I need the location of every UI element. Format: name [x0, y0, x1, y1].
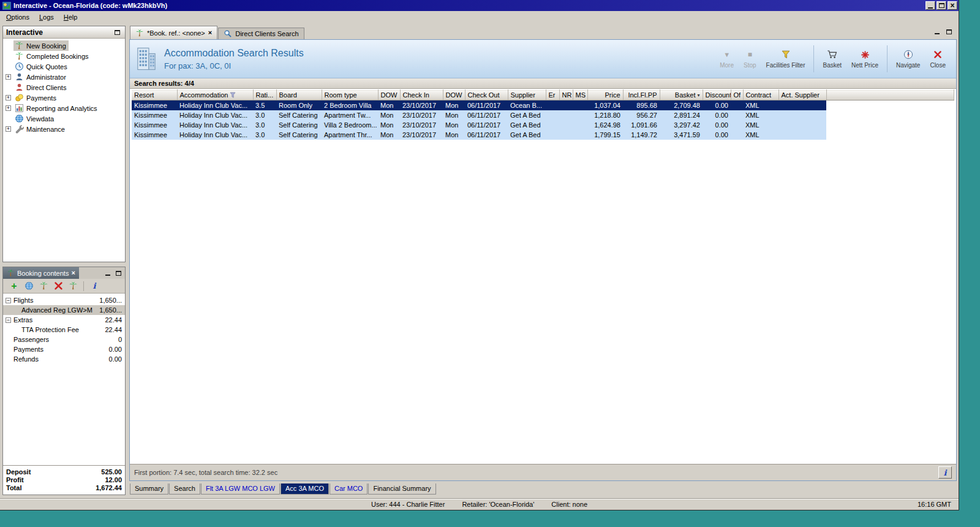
application-window: Interactive - Ocean-Florida (code: wMk23… — [0, 0, 959, 510]
cell-price: 1,624.98 — [587, 120, 623, 130]
col-resort[interactable]: Resort — [132, 90, 177, 100]
sidebar-item-quick-quotes[interactable]: Quick Quotes — [3, 61, 125, 72]
col-ms[interactable]: MS — [573, 90, 587, 100]
cell-incl-fl-pp: 895.68 — [623, 100, 660, 110]
col-incl-fl-pp[interactable]: Incl.Fl.PP — [623, 90, 660, 100]
result-row[interactable]: KissimmeeHoliday Inn Club Vac...3.0Self … — [132, 120, 954, 130]
menu-options[interactable]: Options — [1, 12, 34, 22]
basket-button[interactable]: Basket — [818, 47, 846, 70]
minimize-panel-button[interactable] — [103, 269, 112, 278]
tab-direct-clients-search[interactable]: Direct Clients Search — [218, 28, 304, 39]
booking-row-extra-item[interactable]: TTA Protection Fee22.44 — [3, 325, 125, 335]
booking-row-passengers[interactable]: Passengers0 — [3, 335, 125, 344]
col-contract[interactable]: Contract — [743, 90, 778, 100]
restore-button[interactable] — [937, 1, 946, 10]
booking-row-flight-item[interactable]: Advanced Reg LGW>M1,650... — [3, 305, 125, 315]
cell-price: 1,799.15 — [587, 130, 623, 140]
tab-accommodation[interactable]: Acc 3A MCO — [281, 483, 329, 495]
minimize-button[interactable] — [925, 1, 935, 10]
mdi-restore-button[interactable] — [944, 28, 954, 36]
facilities-filter-button[interactable]: Facilities Filter — [762, 47, 810, 70]
sidebar-item-completed-bookings[interactable]: Completed Bookings — [3, 51, 125, 61]
collapse-icon[interactable]: − — [6, 298, 11, 303]
tab-flight[interactable]: Flt 3A LGW MCO LGW — [201, 483, 280, 495]
expand-icon[interactable]: + — [6, 105, 11, 111]
cell-dow-out: Mon — [443, 130, 465, 140]
booking-row-extras[interactable]: −Extras22.44 — [3, 315, 125, 325]
navigate-button[interactable]: Navigate — [892, 47, 924, 70]
navigate-icon — [903, 50, 913, 59]
tab-booking[interactable]: *Book. ref.: <none> × — [130, 26, 217, 39]
search-status-bar: First portion: 7.4 sec, total search tim… — [130, 464, 956, 480]
col-dow-out[interactable]: DOW — [443, 90, 465, 100]
sidebar-item-new-booking[interactable]: New Booking — [3, 40, 125, 51]
close-tab-icon[interactable]: × — [208, 29, 212, 36]
column-filter-icon[interactable] — [230, 92, 236, 98]
expand-icon[interactable]: + — [6, 95, 11, 100]
expand-icon[interactable]: + — [6, 74, 11, 80]
col-supplier[interactable]: Supplier — [508, 90, 546, 100]
sidebar-item-maintenance[interactable]: +Maintenance — [3, 124, 125, 134]
add-button[interactable]: + — [8, 280, 20, 292]
refresh-button[interactable] — [23, 280, 35, 292]
cell-supplier: Get A Bed — [508, 120, 546, 130]
col-accommodation[interactable]: Accommodation — [177, 90, 253, 100]
col-room-type[interactable]: Room type — [322, 90, 378, 100]
palm-tree-icon — [15, 41, 24, 50]
col-check-out[interactable]: Check Out — [465, 90, 508, 100]
restore-panel-button[interactable] — [114, 269, 123, 278]
booking-contents-tab[interactable]: Booking contents × — [3, 267, 79, 279]
sort-icon: ▾ — [697, 93, 699, 98]
close-panel-icon[interactable]: × — [71, 270, 75, 276]
navigation-panel-header: Interactive — [3, 26, 125, 39]
booking-row-flights[interactable]: −Flights1,650... — [3, 295, 125, 305]
result-row[interactable]: KissimmeeHoliday Inn Club Vac...3.0Self … — [132, 110, 954, 120]
tab-search[interactable]: Search — [169, 483, 200, 495]
info-button[interactable]: i — [938, 466, 952, 479]
collapse-panel-button[interactable] — [113, 28, 122, 37]
menu-help[interactable]: Help — [59, 12, 83, 22]
delete-button[interactable] — [52, 280, 64, 292]
nett-price-icon — [861, 50, 870, 59]
sidebar-item-viewdata[interactable]: Viewdata — [3, 113, 125, 124]
tab-financial-summary[interactable]: Financial Summary — [368, 483, 435, 495]
col-nr[interactable]: NR — [559, 90, 573, 100]
sidebar-item-administrator[interactable]: +Administrator — [3, 72, 125, 82]
result-row[interactable]: KissimmeeHoliday Inn Club Vac...3.0Self … — [132, 130, 954, 140]
booking-row-payments[interactable]: Payments0.00 — [3, 344, 125, 354]
col-discount[interactable]: Discount — [703, 90, 731, 100]
collapse-icon[interactable]: − — [6, 317, 11, 323]
expand-icon[interactable]: + — [6, 126, 11, 132]
sidebar-item-reporting[interactable]: +Reporting and Analytics — [3, 103, 125, 113]
export-item-button[interactable] — [67, 280, 79, 292]
col-price[interactable]: Price — [587, 90, 623, 100]
result-row[interactable]: KissimmeeHoliday Inn Club Vac...3.5Room … — [132, 100, 954, 110]
col-check-in[interactable]: Check In — [400, 90, 443, 100]
tab-summary[interactable]: Summary — [130, 483, 168, 495]
sidebar-item-payments[interactable]: +Payments — [3, 93, 125, 103]
col-er[interactable]: Er — [546, 90, 559, 100]
col-rating[interactable]: Rati... — [253, 90, 276, 100]
results-header: Accommodation Search Results For pax: 3A… — [130, 40, 956, 78]
booking-row-refunds[interactable]: Refunds0.00 — [3, 354, 125, 364]
import-item-button[interactable] — [37, 280, 50, 292]
nett-price-button[interactable]: Nett Price — [847, 47, 883, 70]
tab-car[interactable]: Car MCO — [330, 483, 368, 495]
cell-check-out: 06/11/2017 — [465, 130, 508, 140]
menu-logs[interactable]: Logs — [34, 12, 59, 22]
close-button[interactable]: × — [948, 1, 957, 10]
more-button: ▼More — [715, 47, 738, 70]
info-button[interactable]: i — [88, 280, 100, 292]
col-basket[interactable]: Basket▾ — [660, 90, 703, 100]
close-results-button[interactable]: Close — [925, 47, 950, 70]
navigation-panel: Interactive New Booking Completed Bookin… — [2, 26, 126, 262]
col-dow-in[interactable]: DOW — [378, 90, 400, 100]
cell-of — [731, 120, 743, 130]
palm-tree-icon — [7, 269, 15, 277]
col-board[interactable]: Board — [276, 90, 322, 100]
col-of[interactable]: Of — [731, 90, 743, 100]
mdi-minimize-button[interactable] — [932, 28, 941, 36]
col-act-supplier[interactable]: Act. Supplier — [778, 90, 826, 100]
cell-contract: XML — [743, 120, 778, 130]
sidebar-item-direct-clients[interactable]: Direct Clients — [3, 82, 125, 93]
